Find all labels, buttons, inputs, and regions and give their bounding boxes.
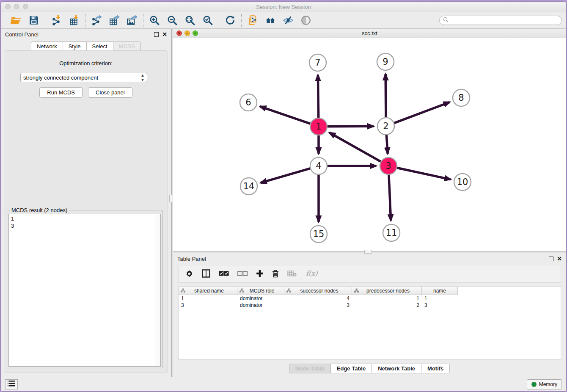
memory-status-icon — [531, 382, 537, 387]
graph-node-10[interactable]: 10 — [454, 174, 471, 190]
mcds-result-list[interactable]: 13 — [8, 214, 161, 367]
mcds-result-title: MCDS result (2 nodes) — [10, 207, 69, 213]
export-table-button[interactable] — [107, 14, 121, 27]
table-row[interactable]: 3dominator323 — [179, 302, 561, 309]
zoom-fit-button[interactable] — [183, 14, 197, 27]
column-chooser-button[interactable] — [202, 269, 210, 280]
float-panel-icon[interactable] — [549, 257, 553, 261]
save-session-button[interactable] — [27, 14, 41, 27]
close-panel-icon[interactable]: ✕ — [557, 257, 562, 261]
cell-shared-name[interactable]: 3 — [179, 302, 237, 309]
graph-edge-2-8[interactable] — [394, 102, 450, 123]
graph-node-14[interactable]: 14 — [240, 178, 257, 195]
tab-edge-table[interactable]: Edge Table — [330, 364, 372, 373]
node-label: 2 — [383, 121, 388, 131]
tab-network-table[interactable]: Network Table — [372, 364, 421, 373]
network-canvas[interactable]: 7968124314101511 — [173, 38, 566, 251]
graph-node-3[interactable]: 3 — [380, 157, 397, 174]
graph-node-2[interactable]: 2 — [377, 118, 394, 135]
zoom-window-button[interactable] — [23, 4, 28, 9]
tab-style[interactable]: Style — [63, 41, 87, 51]
graph-node-8[interactable]: 8 — [453, 89, 470, 106]
close-panel-button[interactable]: Close panel — [88, 87, 132, 98]
select-all-button[interactable] — [219, 269, 229, 280]
graph-edge-1-6[interactable] — [260, 106, 310, 124]
graph-edge-3-1[interactable] — [329, 133, 380, 161]
network-maximize-button[interactable]: + — [193, 30, 198, 36]
clear-selection-button[interactable] — [237, 269, 248, 280]
zoom-out-button[interactable] — [165, 14, 179, 27]
column-header-MCDS-role[interactable]: MCDS role — [237, 287, 284, 295]
column-header-predecessor-nodes[interactable]: predecessor nodes — [352, 287, 422, 295]
splitter-grip[interactable] — [169, 195, 173, 202]
horizontal-splitter[interactable] — [173, 251, 566, 253]
float-panel-icon[interactable] — [154, 32, 159, 37]
column-label: shared name — [194, 288, 224, 294]
node-label: 6 — [245, 97, 251, 108]
graph-node-7[interactable]: 7 — [309, 54, 326, 71]
graph-node-4[interactable]: 4 — [310, 157, 327, 174]
column-header-shared-name[interactable]: shared name — [179, 287, 237, 295]
tab-motifs[interactable]: Motifs — [421, 364, 450, 373]
close-window-button[interactable] — [5, 4, 11, 9]
import-table-button[interactable] — [67, 14, 81, 27]
graph-edge-2-9[interactable] — [385, 74, 386, 117]
export-network-button[interactable] — [90, 14, 103, 27]
import-network-button[interactable] — [50, 14, 63, 27]
table-row[interactable]: 1dominator411 — [179, 295, 561, 302]
hide-selected-button[interactable] — [281, 14, 295, 27]
cell-predecessor-nodes[interactable]: 1 — [352, 295, 422, 302]
column-header-name[interactable]: name — [422, 287, 458, 295]
zoom-selected-button[interactable] — [201, 14, 215, 27]
export-network-icon — [91, 15, 102, 26]
node-label: 8 — [458, 93, 464, 103]
column-header-successor-nodes[interactable]: successor nodes — [284, 287, 352, 295]
cell-MCDS-role[interactable]: dominator — [237, 302, 284, 309]
graph-edge-1-2[interactable] — [328, 126, 374, 127]
search-box[interactable] — [439, 16, 562, 25]
first-neighbors-button[interactable] — [264, 14, 277, 27]
graph-edge-3-10[interactable] — [397, 168, 451, 179]
refresh-layout-button[interactable] — [223, 14, 237, 27]
search-input[interactable] — [451, 17, 558, 23]
cell-name[interactable]: 1 — [422, 295, 458, 302]
cell-name[interactable]: 3 — [422, 302, 458, 309]
memory-button[interactable]: Memory — [527, 379, 562, 389]
graph-edge-4-14[interactable] — [261, 168, 310, 183]
tab-mcds[interactable]: MCDS — [113, 41, 141, 51]
node-label: 1 — [316, 121, 321, 132]
graph-edge-3-11[interactable] — [389, 175, 391, 221]
memory-label: Memory — [539, 381, 557, 387]
graph-edge-2-3[interactable] — [386, 135, 388, 154]
network-close-button[interactable]: ✕ — [176, 30, 182, 36]
table-settings-button[interactable] — [185, 269, 193, 280]
close-panel-icon[interactable]: ✕ — [162, 32, 167, 37]
graph-node-15[interactable]: 15 — [310, 226, 327, 243]
cell-predecessor-nodes[interactable]: 2 — [352, 302, 422, 309]
graph-node-9[interactable]: 9 — [377, 53, 394, 70]
network-minimize-button[interactable]: − — [184, 30, 190, 36]
run-mcds-button[interactable]: Run MCDS — [39, 87, 83, 98]
graph-node-11[interactable]: 11 — [383, 224, 400, 241]
zoom-in-button[interactable] — [148, 14, 161, 27]
delete-row-button[interactable] — [272, 269, 279, 280]
add-row-button[interactable] — [256, 269, 264, 280]
tab-network[interactable]: Network — [31, 41, 63, 51]
splitter-grip[interactable] — [364, 250, 372, 254]
criterion-select[interactable]: strongly connected component ▲▼ — [20, 73, 147, 82]
cell-successor-nodes[interactable]: 3 — [284, 302, 352, 309]
graph-node-6[interactable]: 6 — [240, 94, 257, 111]
graph-edge-1-7[interactable] — [318, 75, 318, 118]
panel-list-button[interactable] — [5, 379, 18, 389]
minimize-window-button[interactable] — [14, 4, 19, 9]
open-session-button[interactable] — [9, 14, 23, 27]
cell-shared-name[interactable]: 1 — [179, 295, 237, 302]
export-image-button[interactable] — [125, 14, 139, 27]
tab-node-table[interactable]: Node Table — [289, 364, 331, 373]
clone-network-button[interactable] — [246, 14, 259, 27]
cell-successor-nodes[interactable]: 4 — [284, 295, 352, 302]
result-scrollbar[interactable] — [155, 215, 160, 366]
cell-MCDS-role[interactable]: dominator — [237, 295, 284, 302]
graph-node-1[interactable]: 1 — [310, 118, 327, 135]
tab-select[interactable]: Select — [86, 41, 113, 51]
